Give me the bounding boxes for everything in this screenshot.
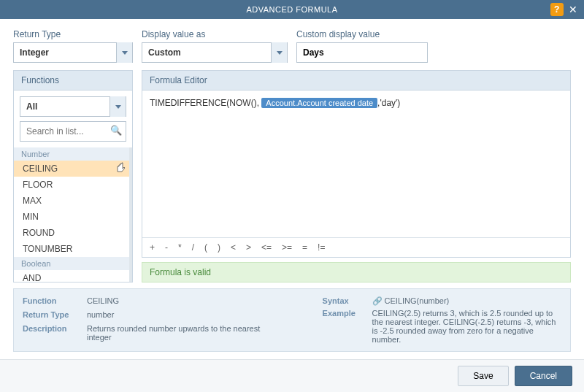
chevron-down-icon — [122, 51, 128, 55]
return-type-value: Integer — [20, 47, 49, 58]
operator-button[interactable]: / — [192, 242, 194, 253]
modal-header: ADVANCED FORMULA ? ✕ — [0, 0, 584, 19]
operator-button[interactable]: = — [302, 242, 307, 253]
functions-filter-value: All — [26, 101, 37, 112]
operator-button[interactable]: ) — [218, 242, 220, 253]
info-syntax-value: CEILING(number) — [385, 296, 450, 305]
category-label: Boolean — [14, 257, 129, 270]
function-item[interactable]: AND — [14, 270, 129, 282]
function-item[interactable]: ROUND — [14, 225, 129, 241]
function-item[interactable]: FLOOR — [14, 177, 129, 193]
formula-token[interactable]: Account.Account created date — [261, 98, 377, 108]
category-label: Number — [14, 147, 129, 161]
functions-list[interactable]: NumberCEILINGFLOORMAXMINROUNDTONUMBERBoo… — [14, 147, 132, 282]
return-type-select[interactable]: Integer — [13, 42, 133, 63]
function-info-panel: Function CEILING Return Type number Desc… — [13, 288, 571, 352]
chevron-down-icon — [277, 51, 283, 55]
function-item[interactable]: MAX — [14, 193, 129, 209]
info-example-value: CEILING(2.5) returns 3, which is 2.5 rou… — [372, 309, 561, 344]
cursor-icon — [115, 162, 125, 176]
function-item[interactable]: MIN — [14, 209, 129, 225]
display-as-value: Custom — [148, 47, 181, 58]
info-function-label: Function — [23, 296, 81, 307]
custom-display-input[interactable] — [296, 42, 428, 63]
operator-bar: +-*/()<><=>==!= — [142, 237, 570, 257]
search-icon[interactable]: 🔍 — [110, 125, 122, 136]
formula-editor-header: Formula Editor — [142, 71, 570, 91]
functions-header: Functions — [14, 71, 132, 91]
chevron-down-icon — [115, 105, 121, 109]
info-return-label: Return Type — [23, 310, 81, 321]
operator-button[interactable]: < — [231, 242, 236, 253]
formula-text-prefix: TIMEDIFFERENCE(NOW(), — [150, 98, 259, 108]
operator-button[interactable]: != — [318, 242, 325, 253]
operator-button[interactable]: ( — [204, 242, 207, 253]
help-icon[interactable]: ? — [550, 3, 564, 16]
display-as-label: Display value as — [142, 29, 288, 39]
display-as-select[interactable]: Custom — [142, 42, 288, 63]
close-icon[interactable]: ✕ — [566, 3, 580, 16]
cancel-button[interactable]: Cancel — [515, 366, 572, 386]
operator-button[interactable]: * — [178, 242, 182, 253]
formula-text-suffix: ,'day') — [377, 98, 400, 108]
formula-textarea[interactable]: TIMEDIFFERENCE(NOW(), Account.Account cr… — [142, 91, 570, 237]
operator-button[interactable]: - — [165, 242, 168, 253]
modal-title: ADVANCED FORMULA — [246, 5, 337, 14]
info-desc-value: Returns rounded number upwards to the ne… — [87, 324, 279, 344]
function-item[interactable]: CEILING — [14, 161, 129, 177]
save-button[interactable]: Save — [458, 366, 508, 386]
formula-valid-message: Formula is valid — [142, 262, 571, 283]
functions-panel: Functions All 🔍 NumberCEILINGFLOORMAXMIN… — [13, 70, 133, 283]
operator-button[interactable]: <= — [261, 242, 272, 253]
link-icon: 🔗 — [372, 296, 383, 305]
info-syntax-label: Syntax — [323, 296, 366, 306]
info-example-label: Example — [323, 309, 366, 344]
functions-filter-select[interactable]: All — [20, 96, 126, 117]
operator-button[interactable]: >= — [282, 242, 292, 253]
info-desc-label: Description — [23, 324, 81, 344]
modal-footer: Save Cancel — [0, 359, 584, 392]
info-return-value: number — [87, 310, 279, 321]
operator-button[interactable]: > — [246, 242, 251, 253]
formula-editor: Formula Editor TIMEDIFFERENCE(NOW(), Acc… — [142, 70, 571, 258]
function-item[interactable]: TONUMBER — [14, 241, 129, 257]
operator-button[interactable]: + — [150, 242, 155, 253]
return-type-label: Return Type — [13, 29, 133, 39]
info-function-value: CEILING — [87, 296, 279, 307]
advanced-formula-modal: ADVANCED FORMULA ? ✕ Return Type Integer… — [0, 0, 584, 392]
custom-display-label: Custom display value — [296, 29, 428, 39]
